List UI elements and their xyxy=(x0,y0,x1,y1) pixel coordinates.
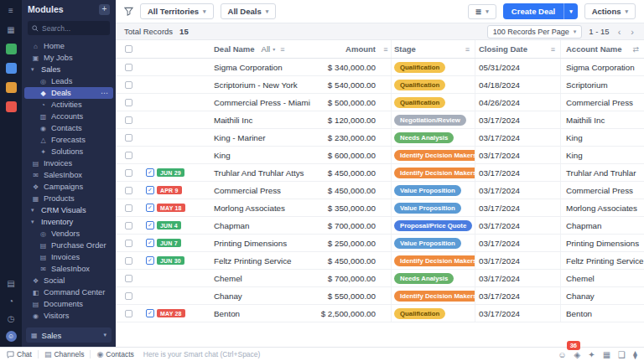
column-settings-icon[interactable]: ⇄ xyxy=(632,45,639,54)
account-name-cell[interactable]: Benton xyxy=(560,305,644,322)
row-checkbox[interactable] xyxy=(125,222,132,229)
deal-name-cell[interactable]: Printing Dimensions xyxy=(205,235,312,251)
mic-icon[interactable]: ⧫ xyxy=(633,350,637,359)
table-row[interactable]: ✓APR 9 Commercial Press $ 450,000.00 Val… xyxy=(116,182,644,199)
table-row[interactable]: King $ 600,000.00 Identify Decision Make… xyxy=(116,147,644,164)
sidebar-item-my-jobs[interactable]: ▣ My Jobs xyxy=(24,52,113,64)
deal-name-cell[interactable]: Commercial Press - Miami xyxy=(205,94,312,111)
account-name-cell[interactable]: Commercial Press xyxy=(560,94,644,111)
row-checkbox[interactable] xyxy=(125,292,132,300)
territory-filter-dropdown[interactable]: All Territories▾ xyxy=(140,3,214,19)
column-header-account-name[interactable]: Account Name xyxy=(566,44,622,54)
filter-icon[interactable] xyxy=(124,7,133,16)
workspace-selector[interactable]: ▦ Sales ▾ xyxy=(26,327,112,343)
deal-name-cell[interactable]: Chanay xyxy=(205,287,312,304)
sidebar-item-documents[interactable]: ▤ Documents xyxy=(24,298,113,310)
deal-name-cell[interactable]: Chemel xyxy=(205,270,312,286)
sidebar-item-salesinbox[interactable]: ✉ SalesInbox xyxy=(24,263,113,275)
table-row[interactable]: ✓JUN 4 Chapman $ 700,000.00 Proposal/Pri… xyxy=(116,217,644,235)
sidebar-item-leads[interactable]: ◎ Leads xyxy=(24,75,113,87)
table-row[interactable]: ✓JUN 7 Printing Dimensions $ 250,000.00 … xyxy=(116,235,644,252)
sidebar-item-command-center[interactable]: ◧ Command Center xyxy=(24,286,113,298)
sidebar-item-inventory[interactable]: ▾ Inventory xyxy=(24,216,113,228)
notification-badge[interactable]: 36 xyxy=(567,341,580,350)
table-row[interactable]: Maithili Inc $ 120,000.00 Negotiation/Re… xyxy=(116,111,644,129)
account-name-cell[interactable]: Morlong Associates xyxy=(560,199,644,216)
account-name-cell[interactable]: Chapman xyxy=(560,217,644,234)
row-checkbox[interactable] xyxy=(125,99,132,106)
row-checkbox[interactable] xyxy=(125,187,132,194)
row-checkbox[interactable] xyxy=(125,81,132,89)
deal-name-cell[interactable]: Scriptorium - New York xyxy=(205,76,312,93)
table-row[interactable]: ✓MAY 28 Benton $ 2,500,000.00 Qualificat… xyxy=(116,305,644,322)
select-all-checkbox[interactable] xyxy=(125,45,132,53)
sidebar-item-purchase-order[interactable]: ▤ Purchase Order xyxy=(24,240,113,251)
previous-page-button[interactable]: ‹ xyxy=(616,27,623,37)
row-checkbox[interactable] xyxy=(125,204,132,212)
table-row[interactable]: ✓JUN 29 Truhlar And Truhlar Attys $ 450,… xyxy=(116,164,644,182)
row-checkbox[interactable] xyxy=(125,310,132,317)
account-name-cell[interactable]: Scriptorium xyxy=(560,76,644,93)
menu-icon[interactable]: ≡ xyxy=(6,5,17,16)
search-input[interactable] xyxy=(42,24,106,33)
row-checkbox[interactable] xyxy=(125,134,132,142)
table-row[interactable]: King - Mariner $ 230,000.00 Needs Analys… xyxy=(116,129,644,147)
records-per-page-dropdown[interactable]: 100 Records Per Page▾ xyxy=(487,25,583,39)
account-name-cell[interactable]: Printing Dimensions xyxy=(560,235,644,251)
account-name-cell[interactable]: Chanay xyxy=(560,287,644,304)
table-row[interactable]: ✓MAY 18 Morlong Associates $ 350,000.00 … xyxy=(116,199,644,217)
account-name-cell[interactable]: Feltz Printing Service xyxy=(560,252,644,269)
more-options-icon[interactable]: ⋯ xyxy=(101,89,109,97)
sidebar-item-contacts[interactable]: ◉ Contacts xyxy=(24,122,113,134)
zia-search-icon[interactable] xyxy=(6,101,17,112)
column-menu-icon[interactable]: ≡ xyxy=(465,45,470,54)
row-checkbox[interactable] xyxy=(125,116,132,124)
column-menu-icon[interactable]: ≡ xyxy=(280,45,284,54)
deal-name-cell[interactable]: Sigma Corporation xyxy=(205,59,312,75)
create-deal-dropdown[interactable]: ▾ xyxy=(564,3,578,19)
table-row[interactable]: Chemel $ 700,000.00 Needs Analysis 03/17… xyxy=(116,270,644,287)
add-module-button[interactable]: + xyxy=(99,4,110,15)
sidebar-item-crm-visuals[interactable]: ▾ CRM Visuals xyxy=(24,204,113,216)
sidebar-item-forecasts[interactable]: △ Forecasts xyxy=(24,134,113,146)
sidebar-search[interactable] xyxy=(28,21,110,35)
sidebar-item-campaigns[interactable]: ❖ Campaigns xyxy=(24,181,113,193)
projects-icon[interactable] xyxy=(6,82,17,93)
account-name-cell[interactable]: Sigma Corporation xyxy=(560,59,644,75)
deal-name-cell[interactable]: Feltz Printing Service xyxy=(205,252,312,269)
sidebar-item-home[interactable]: ⌂ Home xyxy=(24,40,113,52)
chat-bubble-icon[interactable]: ❑ xyxy=(618,350,626,359)
sidebar-item-vendors[interactable]: ◎ Vendors xyxy=(24,228,113,240)
sidebar-item-products[interactable]: ▦ Products xyxy=(24,193,113,204)
deal-name-cell[interactable]: Truhlar And Truhlar Attys xyxy=(205,164,312,181)
deal-name-cell[interactable]: Maithili Inc xyxy=(205,111,312,128)
row-checkbox[interactable] xyxy=(125,64,132,71)
account-name-cell[interactable]: King xyxy=(560,129,644,146)
column-menu-icon[interactable]: ≡ xyxy=(551,45,555,54)
account-name-cell[interactable]: Maithili Inc xyxy=(560,111,644,128)
next-page-button[interactable]: › xyxy=(629,27,636,37)
zia-icon[interactable]: ✦ xyxy=(588,350,595,359)
table-row[interactable]: Commercial Press - Miami $ 500,000.00 Qu… xyxy=(116,94,644,111)
deal-name-filter-dropdown[interactable]: All▾ xyxy=(262,44,276,54)
sidebar-item-salesinbox[interactable]: ✉ SalesInbox xyxy=(24,169,113,181)
chat-tab[interactable]: Chat xyxy=(7,350,32,358)
list-view-selector[interactable]: ≣ ▾ xyxy=(468,4,496,19)
column-header-stage[interactable]: Stage xyxy=(394,44,416,54)
column-header-closing-date[interactable]: Closing Date xyxy=(479,44,527,54)
row-checkbox[interactable] xyxy=(125,169,132,177)
table-row[interactable]: Chanay $ 550,000.00 Identify Decision Ma… xyxy=(116,287,644,305)
account-name-cell[interactable]: Truhlar And Truhlar xyxy=(560,164,644,181)
deal-name-cell[interactable]: King xyxy=(205,147,312,163)
user-avatar[interactable]: ☺ xyxy=(6,331,17,342)
cliq-chat-icon[interactable] xyxy=(6,44,17,54)
row-checkbox[interactable] xyxy=(125,257,132,265)
deal-name-cell[interactable]: King - Mariner xyxy=(205,129,312,146)
table-row[interactable]: Sigma Corporation $ 340,000.00 Qualifica… xyxy=(116,59,644,76)
deal-name-cell[interactable]: Chapman xyxy=(205,217,312,234)
row-checkbox[interactable] xyxy=(125,275,132,282)
column-header-amount[interactable]: Amount xyxy=(345,44,376,54)
view-filter-dropdown[interactable]: All Deals▾ xyxy=(221,3,277,19)
contacts-tab[interactable]: ◉ Contacts xyxy=(96,350,133,358)
deal-name-cell[interactable]: Benton xyxy=(205,305,312,322)
